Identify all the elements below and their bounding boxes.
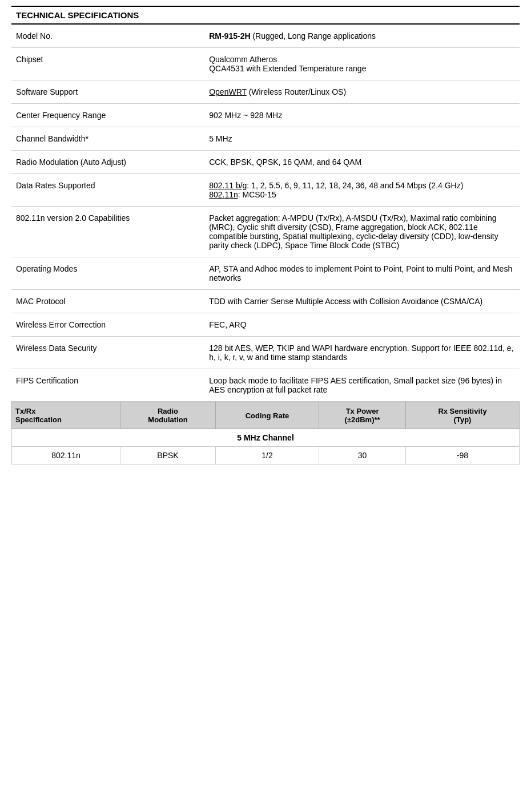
spec-columns-table: Tx/RxSpecification RadioModulation Codin… <box>11 402 520 464</box>
datarate-80211n-value: : MCS0-15 <box>238 190 276 199</box>
label-chipset: Chipset <box>11 48 204 80</box>
datarate-80211bg-value: : 1, 2, 5.5, 6, 9, 11, 12, 18, 24, 36, 4… <box>247 181 463 190</box>
col-header-txpower: Tx Power(±2dBm)** <box>319 402 406 429</box>
label-datarates: Data Rates Supported <box>11 174 204 207</box>
value-bandwidth: 5 MHz <box>204 127 520 151</box>
label-software: Software Support <box>11 80 204 104</box>
value-model: RM-915-2H (Rugged, Long Range applicatio… <box>204 25 520 48</box>
value-chipset: Qualcomm AtherosQCA4531 with Extended Te… <box>204 48 520 80</box>
col-header-modulation: RadioModulation <box>120 402 216 429</box>
model-desc: (Rugged, Long Range applications <box>252 31 376 41</box>
value-fips: Loop back mode to facilitate FIPS AES ce… <box>204 369 520 402</box>
table-row: Software Support OpenWRT (Wireless Route… <box>11 80 520 104</box>
cell-rxsens-1: -98 <box>406 447 520 464</box>
datarate-80211n-label: 802.11n <box>209 190 238 199</box>
label-mac: MAC Protocol <box>11 290 204 313</box>
table-header-row: Tx/RxSpecification RadioModulation Codin… <box>12 402 520 429</box>
label-security: Wireless Data Security <box>11 337 204 369</box>
value-operating-modes: AP, STA and Adhoc modes to implement Poi… <box>204 257 520 290</box>
page: TECHNICAL SPECIFICATIONS Model No. RM-91… <box>0 0 531 476</box>
value-error-correction: FEC, ARQ <box>204 313 520 337</box>
value-datarates: 802.11 b/g: 1, 2, 5.5, 6, 9, 11, 12, 18,… <box>204 174 520 207</box>
label-fips: FIPS Certification <box>11 369 204 402</box>
section-label-5mhz: 5 MHz Channel <box>12 429 520 447</box>
value-security: 128 bit AES, WEP, TKIP and WAPI hardware… <box>204 337 520 369</box>
cell-coding-rate-1: 1/2 <box>215 447 319 464</box>
table-row: Wireless Data Security 128 bit AES, WEP,… <box>11 337 520 369</box>
model-number: RM-915-2H <box>209 31 250 41</box>
value-capabilities: Packet aggregation: A-MPDU (Tx/Rx), A-MS… <box>204 207 520 257</box>
label-modulation: Radio Modulation (Auto Adjust) <box>11 151 204 174</box>
value-modulation: CCK, BPSK, QPSK, 16 QAM, and 64 QAM <box>204 151 520 174</box>
label-bandwidth: Channel Bandwidth* <box>11 127 204 151</box>
label-operating-modes: Operating Modes <box>11 257 204 290</box>
datarate-80211bg-label: 802.11 b/g <box>209 181 247 190</box>
table-row: Model No. RM-915-2H (Rugged, Long Range … <box>11 25 520 48</box>
label-model: Model No. <box>11 25 204 48</box>
table-row: 802.11n version 2.0 Capabilities Packet … <box>11 207 520 257</box>
value-mac: TDD with Carrier Sense Multiple Access w… <box>204 290 520 313</box>
col-header-rx-sensitivity: Rx Sensitivity(Typ) <box>406 402 520 429</box>
table-row: Radio Modulation (Auto Adjust) CCK, BPSK… <box>11 151 520 174</box>
value-software: OpenWRT (Wireless Router/Linux OS) <box>204 80 520 104</box>
table-row: Operating Modes AP, STA and Adhoc modes … <box>11 257 520 290</box>
section-row-5mhz: 5 MHz Channel <box>12 429 520 447</box>
software-desc: (Wireless Router/Linux OS) <box>249 87 346 96</box>
label-error-correction: Wireless Error Correction <box>11 313 204 337</box>
cell-modulation-1: BPSK <box>120 447 216 464</box>
table-row: FIPS Certification Loop back mode to fac… <box>11 369 520 402</box>
table-row: Center Frequency Range 902 MHz ~ 928 MHz <box>11 104 520 127</box>
table-row: 802.11n BPSK 1/2 30 -98 <box>12 447 520 464</box>
label-capabilities: 802.11n version 2.0 Capabilities <box>11 207 204 257</box>
table-row: Wireless Error Correction FEC, ARQ <box>11 313 520 337</box>
openwrt-link[interactable]: OpenWRT <box>209 87 247 96</box>
section-title: TECHNICAL SPECIFICATIONS <box>11 6 520 25</box>
table-row: Chipset Qualcomm AtherosQCA4531 with Ext… <box>11 48 520 80</box>
specs-table: Model No. RM-915-2H (Rugged, Long Range … <box>11 25 520 402</box>
col-header-coding-rate: Coding Rate <box>215 402 319 429</box>
table-row: Channel Bandwidth* 5 MHz <box>11 127 520 151</box>
cell-txpower-1: 30 <box>319 447 406 464</box>
value-frequency: 902 MHz ~ 928 MHz <box>204 104 520 127</box>
label-frequency: Center Frequency Range <box>11 104 204 127</box>
table-row: Data Rates Supported 802.11 b/g: 1, 2, 5… <box>11 174 520 207</box>
col-header-txrx: Tx/RxSpecification <box>12 402 120 429</box>
table-row: MAC Protocol TDD with Carrier Sense Mult… <box>11 290 520 313</box>
cell-txrx-1: 802.11n <box>12 447 120 464</box>
